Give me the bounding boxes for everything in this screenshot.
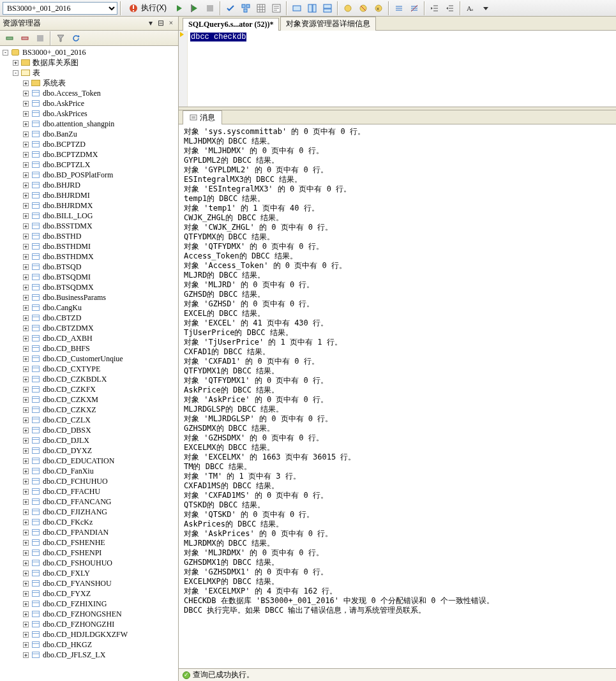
tree-node[interactable]: +dbo.BSSTDMX: [0, 221, 178, 231]
tree-node[interactable]: +dbo.Access_Token: [0, 88, 178, 98]
tree-node[interactable]: +dbo.AskPrice: [0, 98, 178, 109]
tree-node[interactable]: +dbo.CD_CZKFX: [0, 384, 178, 394]
refresh-icon[interactable]: [69, 31, 83, 45]
expand-icon[interactable]: +: [23, 172, 29, 178]
expand-icon[interactable]: +: [23, 417, 29, 423]
expand-icon[interactable]: +: [23, 336, 29, 341]
play-button[interactable]: [172, 1, 186, 15]
expand-icon[interactable]: +: [23, 274, 29, 280]
expand-icon[interactable]: +: [23, 80, 29, 86]
tree-node[interactable]: +dbo.BSTHDMI: [0, 241, 178, 251]
expand-icon[interactable]: +: [23, 499, 29, 505]
tree-node[interactable]: +数据库关系图: [0, 57, 178, 68]
connect-icon[interactable]: [3, 31, 17, 45]
tree-node[interactable]: +dbo.BSTHDMX: [0, 251, 178, 262]
expand-icon[interactable]: +: [23, 448, 29, 454]
tree-node[interactable]: -BS3000+_001_2016: [0, 47, 178, 57]
expand-icon[interactable]: +: [23, 377, 29, 382]
tree-node[interactable]: +dbo.AskPrices: [0, 109, 178, 119]
tree-node[interactable]: +dbo.CD_CZKXM: [0, 394, 178, 405]
sql-editor[interactable]: dbcc checkdb: [179, 31, 616, 107]
database-selector[interactable]: BS3000+_001_2016: [3, 2, 117, 15]
outdent-icon[interactable]: [443, 1, 457, 15]
messages-output[interactable]: 对象 'sys.syscommittab' 的 0 页中有 0 行。 MLJHD…: [179, 124, 616, 668]
expand-icon[interactable]: +: [23, 213, 29, 219]
execute-button[interactable]: 执行(X): [124, 1, 171, 15]
tree-node[interactable]: +dbo.CD_FKcKz: [0, 517, 178, 527]
toolbar-icon[interactable]: [356, 1, 370, 15]
tree-node[interactable]: +dbo.CD_EDUCATION: [0, 456, 178, 466]
expand-icon[interactable]: +: [23, 438, 29, 444]
expand-icon[interactable]: +: [23, 581, 29, 587]
estimated-plan-icon[interactable]: [239, 1, 253, 15]
expand-icon[interactable]: +: [23, 489, 29, 495]
toolbar-icon[interactable]: x: [372, 1, 386, 15]
tab-messages[interactable]: 消息: [183, 110, 222, 124]
autohide-icon[interactable]: ⊟: [156, 19, 165, 28]
tree-node[interactable]: +dbo.CD_FYXZ: [0, 588, 178, 599]
expand-icon[interactable]: +: [23, 479, 29, 484]
text-results-icon[interactable]: [269, 1, 283, 15]
expand-icon[interactable]: +: [23, 254, 29, 260]
expand-icon[interactable]: +: [23, 458, 29, 464]
debug-button[interactable]: [188, 1, 202, 15]
tree-node[interactable]: +dbo.CD_CXTYPE: [0, 364, 178, 374]
toolbar-icon[interactable]: [320, 1, 334, 15]
expand-icon[interactable]: +: [23, 366, 29, 372]
expand-icon[interactable]: +: [23, 223, 29, 229]
expand-icon[interactable]: +: [23, 601, 29, 607]
pin-icon[interactable]: ▾: [146, 19, 155, 28]
expand-icon[interactable]: +: [23, 397, 29, 403]
tree-node[interactable]: +dbo.CD_JFLSZ_LX: [0, 650, 178, 660]
expand-icon[interactable]: +: [23, 550, 29, 556]
expand-icon[interactable]: +: [23, 611, 29, 617]
expand-icon[interactable]: +: [23, 193, 29, 198]
tree-node[interactable]: +dbo.CD_FFACHU: [0, 486, 178, 497]
tab-object-details[interactable]: 对象资源管理器详细信息: [280, 17, 376, 31]
expand-icon[interactable]: -: [3, 50, 8, 56]
tree-node[interactable]: +dbo.CD_DBSX: [0, 425, 178, 435]
grid-results-icon[interactable]: [254, 1, 268, 15]
tree-node[interactable]: +dbo.CD_FCHUHUO: [0, 476, 178, 486]
expand-icon[interactable]: +: [23, 387, 29, 393]
tree-node[interactable]: +dbo.CD_HDJLDGKXZFW: [0, 629, 178, 640]
expand-icon[interactable]: +: [23, 264, 29, 270]
expand-icon[interactable]: +: [23, 305, 29, 311]
disconnect-icon[interactable]: [18, 31, 32, 45]
expand-icon[interactable]: +: [23, 591, 29, 597]
expand-icon[interactable]: +: [23, 509, 29, 515]
tree-node[interactable]: +dbo.BCPTZDMX: [0, 149, 178, 160]
tree-node[interactable]: +dbo.CD_CustomerUnqiue: [0, 354, 178, 364]
expand-icon[interactable]: +: [23, 162, 29, 168]
tree-node[interactable]: +dbo.BILL_LOG: [0, 211, 178, 221]
indent-icon[interactable]: [428, 1, 442, 15]
expand-icon[interactable]: +: [23, 571, 29, 576]
expand-icon[interactable]: +: [23, 560, 29, 566]
expand-icon[interactable]: +: [13, 60, 19, 66]
toolbar-icon[interactable]: [290, 1, 304, 15]
expand-icon[interactable]: +: [23, 632, 29, 638]
expand-icon[interactable]: +: [23, 530, 29, 535]
expand-icon[interactable]: +: [23, 244, 29, 250]
expand-icon[interactable]: +: [23, 295, 29, 301]
tree-node[interactable]: +dbo.CBTZDMX: [0, 323, 178, 333]
expand-icon[interactable]: +: [23, 183, 29, 188]
expand-icon[interactable]: +: [23, 520, 29, 525]
tree-node[interactable]: +dbo.BTSQD: [0, 262, 178, 272]
expand-icon[interactable]: +: [23, 121, 29, 127]
stop-button[interactable]: [203, 1, 217, 15]
tree-node[interactable]: +dbo.CangKu: [0, 303, 178, 313]
tree-node[interactable]: +dbo.CD_CZKXZ: [0, 405, 178, 415]
code-area[interactable]: dbcc checkdb: [188, 31, 616, 107]
tree-node[interactable]: +dbo.CD_FSHOUHUO: [0, 558, 178, 568]
tree-node[interactable]: +dbo.CD_FSHENPI: [0, 548, 178, 558]
tree-node[interactable]: +dbo.BSTHD: [0, 231, 178, 241]
expand-icon[interactable]: +: [23, 622, 29, 627]
expand-icon[interactable]: +: [23, 356, 29, 362]
tree-node[interactable]: -表: [0, 68, 178, 78]
expand-icon[interactable]: +: [23, 407, 29, 413]
tree-node[interactable]: +dbo.CD_DYXZ: [0, 445, 178, 456]
tree-node[interactable]: +dbo.CD_FZHONGZHI: [0, 619, 178, 629]
tree-node[interactable]: +dbo.CD_FZHONGSHEN: [0, 609, 178, 619]
expand-icon[interactable]: +: [23, 91, 29, 96]
